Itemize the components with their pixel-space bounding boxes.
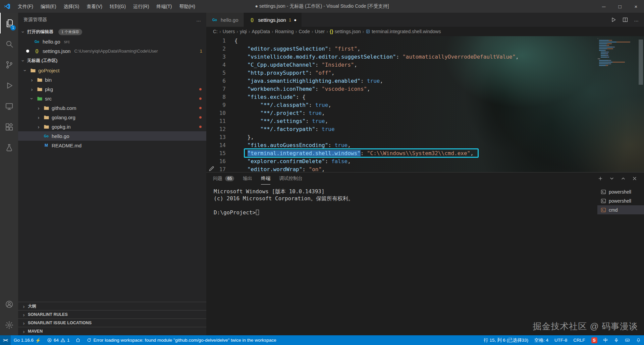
maximize-panel-button[interactable] [621,176,626,181]
go-version-status[interactable]: Go 1.16.6 ⚡ [11,335,44,345]
breadcrumb-item[interactable]: yiqi [240,29,247,34]
tree-item-pkg[interactable]: ›pkg [18,84,206,94]
breadcrumb-item[interactable]: Users [223,29,235,34]
menu-查看(V)[interactable]: 查看(V) [83,0,106,13]
remote-explorer-icon[interactable] [0,96,18,117]
close-panel-button[interactable] [632,176,637,181]
indentation[interactable]: 空格: 4 [531,335,551,345]
source-control-icon[interactable] [0,54,18,75]
terminal-instance-powershell[interactable]: powershell [597,196,644,205]
breadcrumb-item[interactable]: AppData [252,29,270,34]
open-editors-header[interactable]: › 打开的编辑器 1 个未保存 [18,27,206,37]
new-terminal-button[interactable] [598,176,603,181]
eol-sequence[interactable]: CRLF [570,335,588,345]
menu-选择(S)[interactable]: 选择(S) [60,0,83,13]
problems-status[interactable]: 64 1 [44,335,73,345]
menu-编辑(E)[interactable]: 编辑(E) [37,0,60,13]
tree-item-README.md[interactable]: MREADME.md [18,141,206,150]
section-大纲[interactable]: ›大纲 [18,302,206,310]
settings-gear-icon[interactable] [0,315,18,335]
section-MAVEN[interactable]: ›MAVEN [18,327,206,335]
tab-hello.go[interactable]: Gohello.go [206,13,244,27]
bell-icon[interactable] [633,335,644,345]
code-line-14[interactable]: 14 "files.autoGuessEncoding": true, [206,141,644,149]
code-line-3[interactable]: 3 "vsintellicode.modify.editor.suggestSe… [206,53,644,61]
code-line-12[interactable]: 12 "**/.factorypath": true [206,125,644,133]
code-line-11[interactable]: 11 "**/.settings": true, [206,117,644,125]
split-editor-button[interactable] [622,17,628,23]
code-line-1[interactable]: 1{ [206,37,644,45]
run-debug-icon[interactable] [0,75,18,96]
cursor-position[interactable]: 行 15, 列 6 (已选择33) [481,335,531,345]
terminal-instance-powershell[interactable]: powershell [597,187,644,196]
menu-帮助(H)[interactable]: 帮助(H) [175,0,199,13]
editor-scrollbar[interactable] [637,36,644,172]
tree-item-gopkg.in[interactable]: ›gopkg.in [18,122,206,131]
open-editor-item[interactable]: {}settings.jsonC:\Users\yiqi\AppData\Roa… [18,46,206,56]
breadcrumb-item[interactable]: terminal.integrated.shell.windows [366,29,441,34]
panel-tab-终端[interactable]: 终端 [261,172,270,185]
code-line-7[interactable]: 7 "workbench.iconTheme": "vscode-icons", [206,85,644,93]
tree-item-golang.org[interactable]: ›golang.org [18,113,206,122]
close-button[interactable]: × [628,0,644,13]
terminal-instance-cmd[interactable]: cmd [597,205,644,214]
minimize-button[interactable]: ─ [596,0,612,13]
tree-item-github.com[interactable]: ›github.com [18,103,206,113]
breadcrumb-item[interactable]: C: [213,29,218,34]
code-line-2[interactable]: 2 "editor.suggestSelection": "first", [206,45,644,53]
search-icon[interactable] [0,33,18,54]
panel-tab-问题[interactable]: 问题65 [213,172,234,185]
code-line-10[interactable]: 10 "**/.project": true, [206,109,644,117]
tree-item-bin[interactable]: ›bin [18,75,206,84]
remote-indicator[interactable]: >< [0,335,11,345]
tree-item-hello.go[interactable]: Gohello.go [18,131,206,141]
keyboard-icon[interactable] [622,335,633,345]
tab-settings.json[interactable]: {}settings.json1● [244,13,302,27]
extensions-icon[interactable] [0,117,18,137]
menu-运行(R)[interactable]: 运行(R) [129,0,153,13]
code-editor[interactable]: 1{2 "editor.suggestSelection": "first",3… [206,36,644,172]
menu-文件(F)[interactable]: 文件(F) [14,0,37,13]
test-flask-icon[interactable] [0,137,18,158]
open-editor-item[interactable]: Gohello.gosrc [18,37,206,46]
sogou-ime-icon[interactable]: S [588,335,600,345]
panel-tab-调试控制台[interactable]: 调试控制台 [279,172,303,185]
explorer-icon[interactable]: 1 [0,13,18,33]
menu-转到(G)[interactable]: 转到(G) [106,0,129,13]
minimap[interactable] [598,38,635,67]
code-line-16[interactable]: 16 "explorer.confirmDelete": false, [206,157,644,165]
ime-mode[interactable]: 中 [600,335,611,345]
terminal-dropdown-icon[interactable] [609,176,614,181]
breadcrumb-item[interactable]: Roaming [275,29,294,34]
breadcrumb-item[interactable]: User [315,29,325,34]
pencil-icon[interactable] [208,165,215,172]
more-actions-button[interactable]: … [634,17,639,22]
more-actions-icon[interactable]: … [196,17,201,22]
workspace-header[interactable]: › 无标题 (工作区) [18,56,206,66]
code-line-13[interactable]: 13 }, [206,133,644,141]
code-line-9[interactable]: 9 "**/.classpath": true, [206,101,644,109]
breadcrumb-item[interactable]: {}settings.json [330,29,361,34]
section-SONARLINT RULES[interactable]: ›SONARLINT RULES [18,310,206,319]
home-button[interactable] [72,335,84,345]
code-line-17[interactable]: 17 "editor.wordWrap": "on", [206,165,644,172]
workspace-error-status[interactable]: Error loading workspace: found module "g… [84,335,279,345]
code-line-15[interactable]: 15 "terminal.integrated.shell.windows": … [206,149,644,157]
run-button[interactable] [610,17,616,23]
breadcrumb-item[interactable]: Code [299,29,310,34]
scrollbar-thumb[interactable] [639,40,643,85]
maximize-button[interactable]: □ [612,0,628,13]
tree-item-src[interactable]: ›src [18,94,206,103]
code-line-4[interactable]: 4 "C_Cpp.updateChannel": "Insiders", [206,61,644,69]
menu-终端(T)[interactable]: 终端(T) [153,0,176,13]
terminal-output[interactable]: Microsoft Windows [版本 10.0.14393](c) 201… [206,185,597,335]
code-line-5[interactable]: 5 "http.proxySupport": "off", [206,69,644,77]
code-line-6[interactable]: 6 "java.semanticHighlighting.enabled": t… [206,77,644,85]
section-SONARLINT ISSUE LOCATIONS[interactable]: ›SONARLINT ISSUE LOCATIONS [18,319,206,327]
code-line-8[interactable]: 8 "files.exclude": { [206,93,644,101]
panel-tab-输出[interactable]: 输出 [243,172,252,185]
encoding[interactable]: UTF-8 [551,335,570,345]
account-icon[interactable] [0,294,18,315]
mic-icon[interactable] [611,335,622,345]
tree-item-goProject[interactable]: ›goProject [18,66,206,75]
